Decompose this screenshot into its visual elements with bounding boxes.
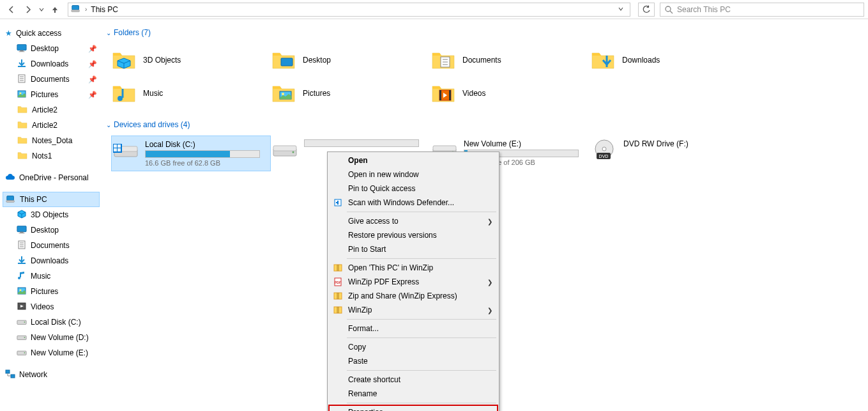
sidebar-item-label: New Volume (E:) xyxy=(31,348,88,357)
search-input[interactable]: Search This PC xyxy=(660,3,864,17)
folder-label: Pictures xyxy=(303,89,330,98)
folder-music[interactable]: Music xyxy=(111,77,271,110)
section-drives-header[interactable]: ⌄ Devices and drives (4) xyxy=(102,116,868,133)
menu-item-label: WinZip PDF Express xyxy=(348,277,419,286)
menu-separator xyxy=(347,319,496,320)
sidebar-onedrive[interactable]: OneDrive - Personal xyxy=(3,170,100,185)
menu-item-format[interactable]: Format... xyxy=(329,322,498,336)
menu-item-properties[interactable]: Properties xyxy=(329,405,498,411)
drive-icon xyxy=(17,347,27,359)
folder-downloads[interactable]: Downloads xyxy=(590,43,750,77)
sidebar-item-videos[interactable]: Videos xyxy=(3,299,100,314)
sidebar-item-3dobjects[interactable]: 3D Objects xyxy=(3,207,100,222)
drive-icon xyxy=(272,137,298,162)
menu-item-open[interactable]: Open xyxy=(329,153,498,167)
menu-item-label: Format... xyxy=(348,324,379,333)
menu-item-openinnewwindow[interactable]: Open in new window xyxy=(329,167,498,182)
menu-item-createshortcut[interactable]: Create shortcut xyxy=(329,373,498,387)
folder-icon xyxy=(430,81,456,106)
sidebar-item-article2[interactable]: Article2 xyxy=(3,102,100,118)
address-dropdown[interactable] xyxy=(614,5,627,14)
sidebar-item-localdiskc[interactable]: Local Disk (C:) xyxy=(3,314,100,330)
back-button[interactable] xyxy=(4,2,19,17)
chevron-right-icon: ❯ xyxy=(487,307,492,314)
menu-item-label: Pin to Start xyxy=(348,245,386,254)
address-bar[interactable]: › This PC xyxy=(68,3,630,17)
folder-3dobjects[interactable]: 3D Objects xyxy=(111,43,271,77)
folder-videos[interactable]: Videos xyxy=(430,77,590,110)
sidebar-item-pictures[interactable]: Pictures xyxy=(3,284,100,299)
drive-label: New Volume (E:) xyxy=(464,139,589,148)
menu-separator xyxy=(347,370,496,371)
sidebar-network[interactable]: Network xyxy=(3,367,100,382)
sidebar-item-pictures[interactable]: Pictures📌 xyxy=(3,87,100,102)
menu-item-label: Pin to Quick access xyxy=(348,184,415,193)
folder-icon xyxy=(430,47,456,73)
sidebar-this-pc[interactable]: This PC xyxy=(3,192,100,207)
sidebar-item-label: Nots1 xyxy=(32,151,52,160)
forward-button[interactable] xyxy=(20,2,36,17)
menu-item-pintoquickaccess[interactable]: Pin to Quick access xyxy=(329,182,498,196)
menu-item-scanwithwindowsdefender[interactable]: Scan with Windows Defender... xyxy=(329,196,498,210)
drive-localdiskc[interactable]: Local Disk (C:)16.6 GB free of 62.8 GB xyxy=(111,136,271,171)
sidebar-item-label: Article2 xyxy=(32,105,57,114)
sidebar-item-documents[interactable]: Documents xyxy=(3,238,100,253)
menu-item-paste[interactable]: Paste xyxy=(329,354,498,368)
sidebar-item-music[interactable]: Music xyxy=(3,268,100,284)
folder-icon xyxy=(17,136,28,146)
winzip-icon xyxy=(333,305,343,315)
sidebar-item-article2[interactable]: Article2 xyxy=(3,118,100,133)
sidebar-item-label: Notes_Dota xyxy=(32,136,72,145)
menu-item-winzip[interactable]: WinZip❯ xyxy=(329,303,498,317)
sidebar-item-label: New Volume (D:) xyxy=(31,333,89,342)
breadcrumb-this-pc[interactable]: This PC xyxy=(88,5,121,14)
svg-rect-35 xyxy=(11,375,15,378)
folder-label: Desktop xyxy=(303,56,331,65)
drive-icon xyxy=(113,137,139,163)
sidebar-quick-access[interactable]: ★ Quick access xyxy=(3,26,100,41)
menu-item-openthispcinwinzip[interactable]: Open 'This PC' in WinZip xyxy=(329,261,498,275)
sidebar-item-label: Desktop xyxy=(31,226,59,235)
sidebar-item-desktop[interactable]: Desktop📌 xyxy=(3,41,100,56)
menu-item-copy[interactable]: Copy xyxy=(329,340,498,354)
sidebar-item-downloads[interactable]: Downloads xyxy=(3,253,100,268)
menu-item-pintostart[interactable]: Pin to Start xyxy=(329,242,498,256)
menu-item-zipandsharewinzipexpress[interactable]: Zip and Share (WinZip Express) xyxy=(329,289,498,303)
sidebar-item-documents[interactable]: Documents📌 xyxy=(3,72,100,87)
sidebar-item-newvolumee[interactable]: New Volume (E:) xyxy=(3,345,100,361)
star-icon: ★ xyxy=(5,29,12,38)
drive-icon xyxy=(591,137,617,162)
folder-icon xyxy=(111,81,137,106)
menu-item-rename[interactable]: Rename xyxy=(329,387,498,401)
sidebar-item-nots1[interactable]: Nots1 xyxy=(3,148,100,164)
folder-desktop[interactable]: Desktop xyxy=(271,43,430,77)
defender-icon xyxy=(333,198,343,208)
folder-pictures[interactable]: Pictures xyxy=(271,77,430,110)
sidebar-item-downloads[interactable]: Downloads📌 xyxy=(3,56,100,72)
menu-item-restorepreviousversions[interactable]: Restore previous versions xyxy=(329,228,498,242)
menu-item-label: Restore previous versions xyxy=(348,231,437,240)
sidebar-item-desktop[interactable]: Desktop xyxy=(3,222,100,238)
section-folders-header[interactable]: ⌄ Folders (7) xyxy=(102,24,868,41)
section-title: Devices and drives (4) xyxy=(114,120,190,129)
sidebar-item-label: Local Disk (C:) xyxy=(31,318,81,327)
folder-documents[interactable]: Documents xyxy=(430,43,590,77)
context-menu: OpenOpen in new windowPin to Quick acces… xyxy=(327,151,499,411)
recent-dropdown[interactable] xyxy=(37,2,46,17)
menu-separator xyxy=(347,212,496,212)
refresh-button[interactable] xyxy=(638,3,655,17)
pictures-icon xyxy=(17,89,27,101)
chevron-icon[interactable]: › xyxy=(84,6,88,13)
menu-item-giveaccessto[interactable]: Give access to❯ xyxy=(329,214,498,228)
sidebar-item-label: Pictures xyxy=(31,90,58,99)
sidebar-item-label: Downloads xyxy=(31,256,68,265)
network-icon xyxy=(5,369,15,380)
pin-icon: 📌 xyxy=(88,75,97,84)
drive-dvdrwdrivef[interactable]: DVD RW Drive (F:) xyxy=(590,136,750,171)
menu-item-winzippdfexpress[interactable]: PDFWinZip PDF Express❯ xyxy=(329,275,498,289)
up-button[interactable] xyxy=(47,2,63,17)
sidebar-item-newvolumed[interactable]: New Volume (D:) xyxy=(3,330,100,345)
sidebar-item-notesdota[interactable]: Notes_Dota xyxy=(3,133,100,148)
drive-label: DVD RW Drive (F:) xyxy=(623,139,749,148)
svg-point-29 xyxy=(24,322,26,323)
